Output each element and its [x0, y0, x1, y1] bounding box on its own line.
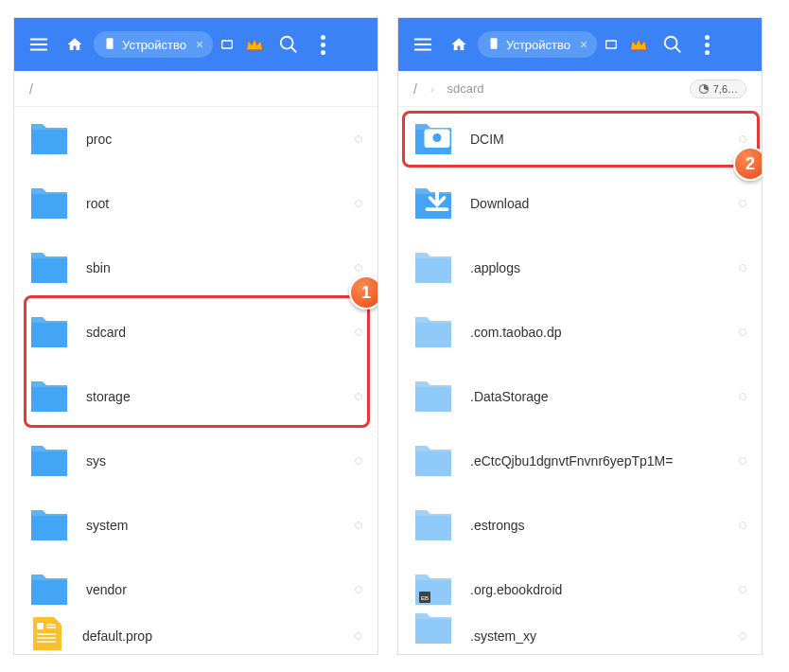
list-item[interactable]: .eCtcQjbu1dgnvtFnvnr6yepTp1M=	[398, 429, 762, 493]
folder-icon: EB	[413, 573, 453, 607]
list-item[interactable]: system	[14, 493, 377, 557]
item-indicator	[739, 328, 746, 336]
breadcrumb-root[interactable]: /	[29, 81, 33, 97]
tab-device[interactable]: Устройство ×	[94, 31, 213, 58]
folder-icon	[413, 315, 453, 349]
camera-icon	[417, 119, 457, 153]
svg-point-12	[665, 37, 677, 49]
item-name: storage	[86, 389, 338, 404]
folder-icon	[413, 444, 453, 478]
folder-icon	[29, 251, 69, 285]
item-indicator	[739, 457, 746, 465]
storage-text: 7,6…	[713, 83, 738, 95]
breadcrumb[interactable]: /	[14, 71, 377, 107]
storage-badge[interactable]: 7,6…	[690, 80, 746, 98]
item-name: sbin	[86, 260, 338, 275]
item-indicator	[355, 264, 362, 272]
list-item[interactable]: sys	[14, 429, 377, 493]
list-item[interactable]: sbin	[14, 236, 377, 300]
home-icon[interactable]	[61, 31, 88, 58]
eb-icon: EB	[417, 592, 432, 603]
list-item[interactable]: vendor	[14, 557, 377, 622]
folder-icon	[413, 611, 453, 645]
more-icon[interactable]	[309, 31, 336, 58]
item-indicator	[739, 522, 746, 529]
list-item[interactable]: DCIM	[398, 107, 762, 171]
list-item[interactable]: .applogs	[398, 236, 762, 300]
item-indicator	[355, 457, 362, 465]
search-icon[interactable]	[273, 29, 304, 60]
breadcrumb-current[interactable]: sdcard	[447, 81, 484, 96]
list-item[interactable]: .estrongs	[398, 493, 762, 557]
phone-icon	[487, 37, 500, 53]
item-indicator	[355, 393, 362, 400]
toolbar: Устройство ×	[14, 18, 377, 71]
svg-rect-7	[222, 41, 233, 48]
item-name: sys	[86, 453, 338, 469]
left-pane: Устройство × / proc	[13, 17, 378, 655]
menu-icon[interactable]	[22, 27, 56, 62]
item-name: sdcard	[86, 325, 338, 340]
file-list: DCIM Download .applogs .com.taobao.dp	[398, 107, 762, 650]
search-icon[interactable]	[658, 29, 688, 60]
file-list: proc root sbin sdcard storage	[14, 107, 377, 650]
list-item[interactable]: Download	[398, 171, 762, 236]
item-name: .estrongs	[470, 518, 722, 533]
tab-label: Устройство	[122, 38, 186, 52]
menu-icon[interactable]	[406, 27, 440, 62]
file-icon	[29, 615, 65, 650]
item-name: Download	[470, 196, 722, 211]
breadcrumb[interactable]: / › sdcard 7,6…	[398, 71, 762, 107]
folder-icon	[29, 573, 69, 607]
crown-icon[interactable]	[625, 31, 652, 58]
svg-rect-11	[606, 41, 617, 48]
crown-icon[interactable]	[241, 31, 268, 58]
folder-icon	[413, 380, 453, 414]
item-name: root	[86, 196, 338, 211]
svg-line-9	[291, 47, 297, 53]
item-name: vendor	[86, 582, 338, 597]
item-name: system	[86, 518, 338, 533]
item-indicator	[739, 135, 746, 143]
home-icon[interactable]	[446, 31, 472, 58]
list-item[interactable]: sdcard	[14, 300, 377, 364]
svg-rect-6	[107, 38, 114, 49]
item-name: .com.taobao.dp	[470, 325, 722, 340]
item-indicator	[739, 393, 746, 400]
window-icon[interactable]	[219, 36, 236, 53]
item-name: .applogs	[470, 260, 722, 275]
list-item[interactable]: root	[14, 171, 377, 236]
list-item[interactable]: proc	[14, 107, 377, 171]
toolbar: Устройство ×	[398, 18, 762, 71]
list-item[interactable]: .system_xy	[398, 622, 762, 650]
window-icon[interactable]	[603, 36, 620, 53]
item-indicator	[355, 200, 362, 207]
breadcrumb-root[interactable]: /	[413, 81, 417, 97]
folder-icon	[29, 186, 69, 221]
folder-icon	[29, 444, 69, 478]
folder-icon	[413, 251, 453, 285]
list-item[interactable]: storage	[14, 364, 377, 429]
more-icon[interactable]	[693, 31, 720, 58]
item-indicator	[355, 632, 362, 640]
item-name: .org.ebookdroid	[470, 582, 722, 597]
item-indicator	[355, 328, 362, 336]
close-icon[interactable]: ×	[576, 37, 591, 52]
folder-icon	[29, 380, 69, 414]
item-indicator	[355, 522, 362, 529]
tab-label: Устройство	[506, 38, 570, 52]
item-name: default.prop	[82, 628, 338, 644]
list-item[interactable]: .com.taobao.dp	[398, 300, 762, 364]
item-indicator	[739, 586, 746, 593]
list-item[interactable]: .DataStorage	[398, 364, 762, 429]
svg-point-16	[433, 133, 442, 142]
item-name: .system_xy	[470, 628, 722, 644]
chevron-right-icon: ›	[430, 83, 434, 95]
close-icon[interactable]: ×	[192, 37, 207, 52]
item-indicator	[739, 200, 746, 207]
folder-icon	[29, 122, 69, 156]
svg-point-8	[281, 37, 293, 49]
tab-device[interactable]: Устройство ×	[478, 31, 597, 58]
item-indicator	[739, 264, 746, 272]
list-item[interactable]: default.prop	[14, 622, 377, 650]
